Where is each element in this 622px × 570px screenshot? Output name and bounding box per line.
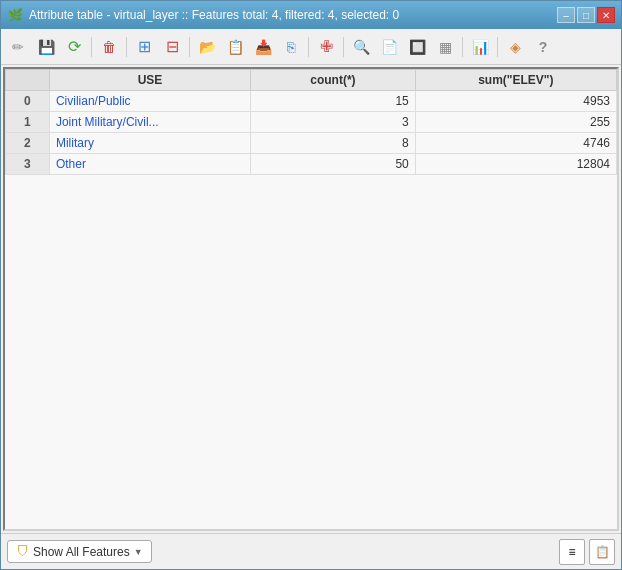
delete-field-button[interactable]: ⊟ bbox=[159, 34, 185, 60]
count-value: 3 bbox=[251, 112, 416, 133]
table-row[interactable]: 1Joint Military/Civil...3255 bbox=[6, 112, 617, 133]
window-title: Attribute table - virtual_layer :: Featu… bbox=[29, 8, 551, 22]
sep7 bbox=[497, 37, 498, 57]
use-value: Military bbox=[49, 133, 250, 154]
table-header-row: USE count(*) sum("ELEV") bbox=[6, 70, 617, 91]
show-features-button[interactable]: ⛉ Show All Features ▼ bbox=[7, 540, 152, 563]
window-controls: – □ ✕ bbox=[557, 7, 615, 23]
close-button[interactable]: ✕ bbox=[597, 7, 615, 23]
refresh-button[interactable]: ⟳ bbox=[61, 34, 87, 60]
filter1-button[interactable]: 🔲 bbox=[404, 34, 430, 60]
scroll-area[interactable]: USE count(*) sum("ELEV") 0Civilian/Publi… bbox=[5, 69, 617, 529]
new-field-button[interactable]: ⊞ bbox=[131, 34, 157, 60]
sep1 bbox=[91, 37, 92, 57]
count-value: 15 bbox=[251, 91, 416, 112]
row-num-header bbox=[6, 70, 50, 91]
action-button[interactable]: ◈ bbox=[502, 34, 528, 60]
copy-button[interactable]: ⎘ bbox=[278, 34, 304, 60]
row-number: 2 bbox=[6, 133, 50, 154]
stats-button[interactable]: 📊 bbox=[467, 34, 493, 60]
app-icon: 🌿 bbox=[7, 7, 23, 23]
delete-selected-button[interactable]: 🗑 bbox=[96, 34, 122, 60]
select-expression-button[interactable]: ✙ bbox=[313, 34, 339, 60]
col-sum-header[interactable]: sum("ELEV") bbox=[415, 70, 616, 91]
toolbar: ✏ 💾 ⟳ 🗑 ⊞ ⊟ 📂 📋 📥 ⎘ bbox=[1, 29, 621, 65]
help-button[interactable]: ? bbox=[530, 34, 556, 60]
edit-button[interactable]: ✏ bbox=[5, 34, 31, 60]
form-view-button[interactable]: 📋 bbox=[589, 539, 615, 565]
count-value: 8 bbox=[251, 133, 416, 154]
sep2 bbox=[126, 37, 127, 57]
search-button[interactable]: 🔍 bbox=[348, 34, 374, 60]
field-calculator-button[interactable]: 📂 bbox=[194, 34, 220, 60]
sep6 bbox=[462, 37, 463, 57]
sum-value: 12804 bbox=[415, 154, 616, 175]
use-value: Joint Military/Civil... bbox=[49, 112, 250, 133]
row-number: 0 bbox=[6, 91, 50, 112]
sum-value: 4746 bbox=[415, 133, 616, 154]
attribute-table: USE count(*) sum("ELEV") 0Civilian/Publi… bbox=[5, 69, 617, 175]
sum-value: 255 bbox=[415, 112, 616, 133]
sep5 bbox=[343, 37, 344, 57]
main-window: 🌿 Attribute table - virtual_layer :: Fea… bbox=[0, 0, 622, 570]
table-row[interactable]: 0Civilian/Public154953 bbox=[6, 91, 617, 112]
maximize-button[interactable]: □ bbox=[577, 7, 595, 23]
filter-label: Show All Features bbox=[33, 545, 130, 559]
col-count-header[interactable]: count(*) bbox=[251, 70, 416, 91]
save-button[interactable]: 💾 bbox=[33, 34, 59, 60]
table-row[interactable]: 3Other5012804 bbox=[6, 154, 617, 175]
dropdown-arrow: ▼ bbox=[134, 547, 143, 557]
clipboard-button[interactable]: 📋 bbox=[222, 34, 248, 60]
status-right-buttons: ≡ 📋 bbox=[559, 539, 615, 565]
sep3 bbox=[189, 37, 190, 57]
use-value: Civilian/Public bbox=[49, 91, 250, 112]
use-value: Other bbox=[49, 154, 250, 175]
col-use-header[interactable]: USE bbox=[49, 70, 250, 91]
table-container: USE count(*) sum("ELEV") 0Civilian/Publi… bbox=[3, 67, 619, 531]
count-value: 50 bbox=[251, 154, 416, 175]
row-number: 3 bbox=[6, 154, 50, 175]
sep4 bbox=[308, 37, 309, 57]
filter-icon: ⛉ bbox=[16, 544, 29, 559]
row-number: 1 bbox=[6, 112, 50, 133]
sum-value: 4953 bbox=[415, 91, 616, 112]
status-bar: ⛉ Show All Features ▼ ≡ 📋 bbox=[1, 533, 621, 569]
filter2-button[interactable]: ▦ bbox=[432, 34, 458, 60]
table-row[interactable]: 2Military84746 bbox=[6, 133, 617, 154]
minimize-button[interactable]: – bbox=[557, 7, 575, 23]
feature-form-button[interactable]: 📄 bbox=[376, 34, 402, 60]
paste-button[interactable]: 📥 bbox=[250, 34, 276, 60]
title-bar: 🌿 Attribute table - virtual_layer :: Fea… bbox=[1, 1, 621, 29]
table-view-button[interactable]: ≡ bbox=[559, 539, 585, 565]
